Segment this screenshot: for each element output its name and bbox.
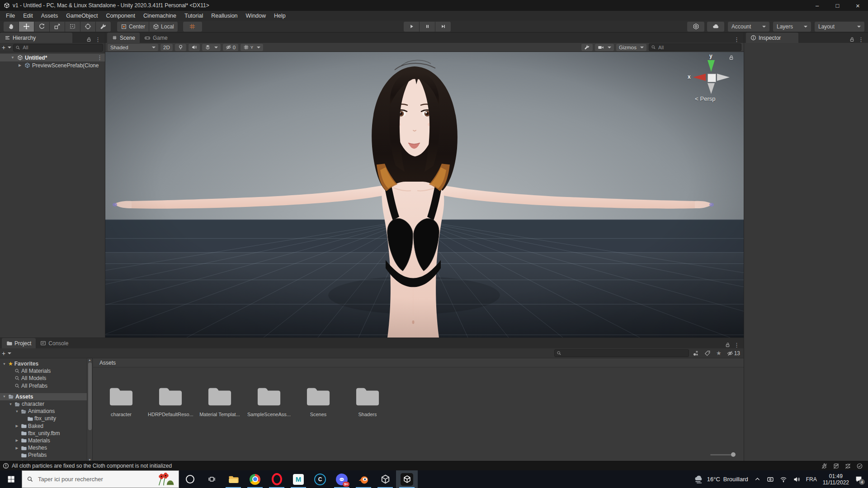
- project-visibility-button[interactable]: 13: [727, 350, 740, 357]
- folder-item-character[interactable]: character: [99, 385, 144, 417]
- tree-row-prefabs[interactable]: Prefabs: [0, 451, 87, 459]
- menu-tutorial[interactable]: Tutorial: [180, 13, 207, 19]
- minimize-button[interactable]: –: [807, 0, 827, 11]
- layout-dropdown[interactable]: Layout: [815, 22, 864, 32]
- thumbnail-size-slider[interactable]: [710, 452, 736, 457]
- taskbar-searchbox[interactable]: [22, 470, 179, 488]
- tree-row-all-materials[interactable]: All Materials: [0, 367, 87, 375]
- folder-item-shaders[interactable]: Shaders: [345, 385, 390, 417]
- scene-camera-dropdown[interactable]: [595, 44, 614, 51]
- scene-effects-dropdown[interactable]: [202, 44, 221, 51]
- gameobject-row-prefab[interactable]: ▶ PreviewScenePrefab(Clone: [0, 61, 105, 69]
- create-object-button[interactable]: +: [2, 44, 11, 51]
- scroll-up-arrow[interactable]: ▲: [88, 358, 91, 361]
- grid-snap-button[interactable]: [183, 22, 202, 32]
- saved-search-star-icon[interactable]: ★: [716, 350, 722, 357]
- tree-row-favorites[interactable]: ▼★Favorites: [0, 360, 87, 367]
- tree-row-assets[interactable]: ▼Assets: [0, 393, 87, 400]
- axis-down-cone[interactable]: [708, 83, 715, 94]
- tree-row-animations[interactable]: ▼Animations: [0, 408, 87, 415]
- tree-scrollbar[interactable]: ▲ ▼: [87, 358, 92, 461]
- wifi-icon[interactable]: [780, 476, 787, 483]
- meet-now-icon[interactable]: [767, 476, 774, 483]
- hand-tool-button[interactable]: [4, 22, 19, 32]
- lock-icon[interactable]: [86, 37, 92, 42]
- play-button[interactable]: [404, 22, 420, 32]
- tree-row-all-prefabs[interactable]: All Prefabs: [0, 382, 87, 389]
- pause-button[interactable]: [420, 22, 435, 32]
- folder-item-material-template[interactable]: Material Templat...: [197, 385, 242, 417]
- task-view-button[interactable]: [201, 470, 222, 488]
- tab-game[interactable]: Game: [140, 33, 172, 43]
- custom-tool-button[interactable]: [96, 22, 111, 32]
- volume-icon[interactable]: [793, 476, 800, 483]
- axis-z-cone[interactable]: [717, 74, 730, 81]
- pivot-center-button[interactable]: Center: [117, 22, 149, 32]
- clock-widget[interactable]: 01:49 11/11/2022: [823, 473, 849, 486]
- taskbar-search-input[interactable]: [37, 475, 151, 483]
- keyboard-language[interactable]: FRA: [806, 476, 817, 483]
- perspective-toggle[interactable]: < Persp: [695, 95, 716, 102]
- maya-button[interactable]: M: [288, 470, 309, 488]
- cache-server-status-icon[interactable]: [830, 461, 842, 470]
- weather-widget[interactable]: 16°C Brouillard: [694, 474, 748, 484]
- tree-row-fbx-unity-fbm[interactable]: fbx_unity.fbm: [0, 430, 87, 437]
- tray-expand-chevron[interactable]: [754, 476, 761, 483]
- scrollbar-thumb[interactable]: [88, 362, 92, 430]
- plastic-scm-button[interactable]: [687, 22, 704, 32]
- tree-row-baked[interactable]: ▶Baked: [0, 422, 87, 430]
- tab-project[interactable]: Project: [2, 338, 36, 348]
- menu-cinemachine[interactable]: Cinemachine: [139, 13, 180, 19]
- scene-search-input[interactable]: [657, 44, 739, 51]
- folder-item-hdrp[interactable]: HDRPDefaultReso...: [148, 385, 193, 417]
- 2d-toggle-button[interactable]: 2D: [160, 44, 173, 51]
- scene-grid-dropdown[interactable]: Y: [241, 44, 263, 51]
- account-dropdown[interactable]: Account: [728, 22, 769, 32]
- unity-editor-button-active[interactable]: [396, 470, 418, 488]
- slider-track[interactable]: [710, 454, 732, 455]
- menu-edit[interactable]: Edit: [19, 13, 37, 19]
- start-button[interactable]: [0, 470, 22, 488]
- close-button[interactable]: ×: [848, 0, 868, 11]
- expand-arrow-icon[interactable]: ▶: [17, 63, 23, 67]
- scene-lighting-button[interactable]: [175, 44, 186, 51]
- expand-arrow-icon[interactable]: ▼: [10, 56, 15, 60]
- tree-row-all-models[interactable]: All Models: [0, 375, 87, 382]
- scene-searchbox[interactable]: [649, 43, 741, 51]
- expand-arrow-icon[interactable]: ▼: [2, 394, 7, 399]
- blender-button[interactable]: [353, 470, 374, 488]
- tab-inspector[interactable]: Inspector: [746, 33, 798, 43]
- cortana-button[interactable]: [179, 470, 201, 488]
- transform-tool-button[interactable]: [80, 22, 96, 32]
- project-menu-button[interactable]: ⋮: [731, 342, 742, 348]
- search-by-label-icon[interactable]: [704, 350, 711, 357]
- project-searchbox[interactable]: [554, 349, 689, 357]
- lock-icon[interactable]: [725, 342, 731, 348]
- rotate-tool-button[interactable]: [34, 22, 50, 32]
- chrome-button[interactable]: [244, 470, 266, 488]
- status-message[interactable]: All cloth particles are fixed so the Clo…: [12, 463, 172, 469]
- scene-tools-button[interactable]: [581, 44, 593, 51]
- expand-arrow-icon[interactable]: ▶: [14, 424, 19, 428]
- lock-icon[interactable]: [849, 37, 855, 42]
- hierarchy-menu-button[interactable]: ⋮: [93, 36, 103, 43]
- menu-help[interactable]: Help: [270, 13, 290, 19]
- scene-options-button[interactable]: ⋮: [94, 54, 105, 61]
- scene-visibility-button[interactable]: 0: [223, 44, 238, 51]
- tree-row-fbx-unity[interactable]: fbx_unity: [0, 415, 87, 422]
- rotation-local-button[interactable]: Local: [149, 22, 178, 32]
- axis-x-cone[interactable]: [693, 74, 706, 81]
- shading-mode-dropdown[interactable]: Shaded: [108, 44, 158, 51]
- create-asset-button[interactable]: +: [2, 350, 11, 357]
- debugger-status-icon[interactable]: [818, 461, 830, 470]
- tab-scene[interactable]: Scene: [107, 33, 140, 43]
- menu-window[interactable]: Window: [242, 13, 270, 19]
- opera-button[interactable]: [266, 470, 288, 488]
- hierarchy-searchbox[interactable]: [13, 44, 103, 52]
- scene-row-untitled[interactable]: ▼ Untitled* ⋮: [0, 54, 105, 61]
- move-tool-button[interactable]: [19, 22, 34, 32]
- hierarchy-search-input[interactable]: [22, 44, 101, 51]
- cloud-button[interactable]: [707, 22, 724, 32]
- discord-button[interactable]: 9+: [331, 470, 353, 488]
- inspector-menu-button[interactable]: ⋮: [856, 36, 866, 43]
